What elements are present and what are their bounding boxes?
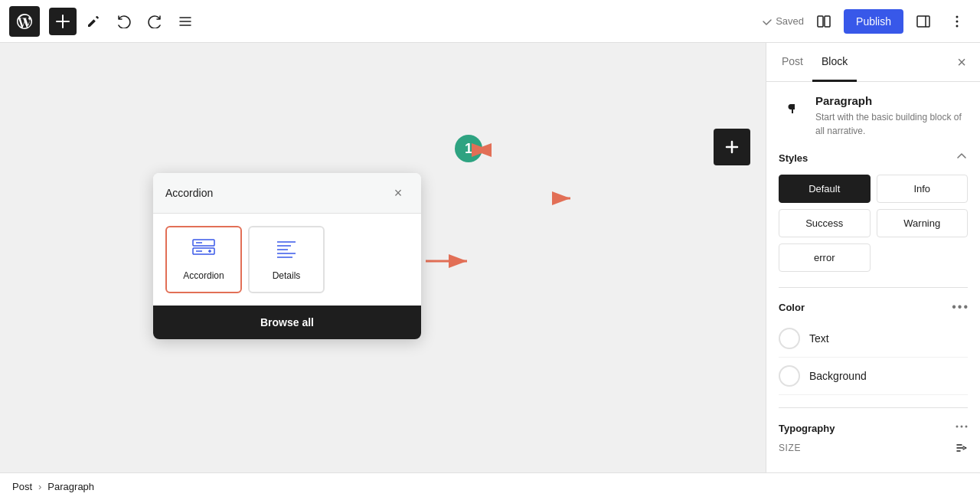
size-adjust-icon xyxy=(956,442,968,454)
more-options-button[interactable] xyxy=(943,8,971,35)
undo-icon xyxy=(117,15,131,28)
color-background-swatch xyxy=(779,365,800,387)
block-search-input[interactable]: Accordion xyxy=(165,187,387,199)
sidebar-close-button[interactable]: × xyxy=(949,50,974,74)
right-sidebar: Post Block × Paragraph Start with the ba… xyxy=(766,43,980,472)
inserter-close-button[interactable]: × xyxy=(387,182,409,204)
typography-more-button[interactable] xyxy=(956,420,968,436)
sidebar-content: Paragraph Start with the basic building … xyxy=(766,82,980,466)
block-title: Paragraph xyxy=(815,94,968,107)
size-row: SIZE xyxy=(779,442,968,454)
list-view-icon xyxy=(178,15,192,28)
breadcrumb-separator: › xyxy=(38,481,41,492)
details-block-icon xyxy=(274,238,299,264)
sidebar-tabs: Post Block × xyxy=(766,43,980,82)
size-controls xyxy=(956,442,968,454)
style-default-button[interactable]: Default xyxy=(779,175,871,203)
breadcrumb-current[interactable]: Paragraph xyxy=(47,481,94,492)
main-layout: 1 2 3 xyxy=(0,43,980,472)
typography-more-icon xyxy=(956,420,968,433)
wordpress-icon xyxy=(15,12,34,31)
color-section-header: Color ••• xyxy=(779,300,968,314)
size-label: SIZE xyxy=(779,443,801,453)
canvas-area: 1 2 3 xyxy=(0,43,766,472)
canvas-plus-icon xyxy=(723,138,741,156)
tools-button[interactable] xyxy=(172,8,199,35)
accordion-block-icon xyxy=(191,238,216,264)
typography-section-header: Typography xyxy=(779,420,968,436)
svg-rect-1 xyxy=(825,16,830,27)
accordion-block-item[interactable]: Accordion xyxy=(165,226,242,293)
styles-title: Styles xyxy=(779,152,808,164)
view-button[interactable] xyxy=(810,8,838,35)
canvas-add-block-button[interactable] xyxy=(714,129,750,165)
details-block-item[interactable]: Details xyxy=(248,226,325,293)
redo-icon xyxy=(148,15,162,28)
chevron-up-icon xyxy=(956,150,968,162)
style-warning-button[interactable]: Warning xyxy=(877,209,969,237)
breadcrumb-root[interactable]: Post xyxy=(12,481,32,492)
undo-button[interactable] xyxy=(110,8,138,35)
edit-button[interactable] xyxy=(80,8,107,35)
paragraph-block-icon xyxy=(779,94,806,122)
svg-point-4 xyxy=(956,15,959,18)
browse-all-button[interactable]: Browse all xyxy=(153,306,421,339)
saved-label-text: Saved xyxy=(776,15,804,27)
view-icon xyxy=(816,14,831,29)
color-text-swatch xyxy=(779,328,800,349)
publish-button[interactable]: Publish xyxy=(844,9,903,34)
wp-logo xyxy=(9,6,40,37)
sidebar-toggle-button[interactable] xyxy=(910,8,937,35)
typography-section: Typography SIZE xyxy=(779,407,968,454)
block-description: Start with the basic building block of a… xyxy=(815,110,968,138)
sidebar-icon xyxy=(916,14,931,29)
style-error-button[interactable]: error xyxy=(779,243,871,272)
details-block-label: Details xyxy=(273,270,301,281)
style-info-button[interactable]: Info xyxy=(877,175,969,203)
pencil-icon xyxy=(87,15,100,28)
saved-status: Saved xyxy=(762,15,804,27)
color-background-option[interactable]: Background xyxy=(779,358,968,395)
typography-title: Typography xyxy=(779,423,835,434)
svg-point-22 xyxy=(965,426,968,428)
svg-point-5 xyxy=(956,20,959,22)
color-section: Color ••• Text Background xyxy=(779,287,968,395)
tab-post[interactable]: Post xyxy=(773,43,812,82)
svg-rect-0 xyxy=(818,16,823,27)
step-1-bubble: 1 xyxy=(455,135,482,162)
toolbar-right: Saved Publish xyxy=(762,8,971,35)
block-info: Paragraph Start with the basic building … xyxy=(779,94,968,138)
breadcrumb-bar: Post › Paragraph xyxy=(0,472,980,500)
inserter-header: Accordion × xyxy=(153,173,421,214)
color-background-label: Background xyxy=(809,370,867,382)
svg-point-20 xyxy=(956,426,959,428)
svg-point-6 xyxy=(956,25,959,27)
styles-section-header: Styles xyxy=(779,150,968,165)
accordion-block-label: Accordion xyxy=(183,270,224,281)
color-more-button[interactable]: ••• xyxy=(952,300,968,314)
tab-block[interactable]: Block xyxy=(812,43,857,82)
color-text-label: Text xyxy=(809,332,829,345)
check-icon xyxy=(762,16,773,27)
styles-collapse-button[interactable] xyxy=(956,150,968,165)
style-success-button[interactable]: Success xyxy=(779,209,871,237)
color-title: Color xyxy=(779,302,805,313)
toolbar: Saved Publish xyxy=(0,0,980,43)
add-block-button[interactable] xyxy=(49,8,77,35)
block-inserter-popup: Accordion × Accordion xyxy=(153,173,421,339)
styles-grid: Default Info Success Warning error xyxy=(779,175,968,272)
svg-point-21 xyxy=(961,426,963,428)
plus-icon xyxy=(56,15,70,28)
block-info-text: Paragraph Start with the basic building … xyxy=(815,94,968,138)
inserter-blocks-grid: Accordion Details xyxy=(153,214,421,306)
redo-button[interactable] xyxy=(141,8,168,35)
svg-rect-2 xyxy=(917,16,929,27)
color-text-option[interactable]: Text xyxy=(779,320,968,358)
ellipsis-icon xyxy=(949,14,965,29)
